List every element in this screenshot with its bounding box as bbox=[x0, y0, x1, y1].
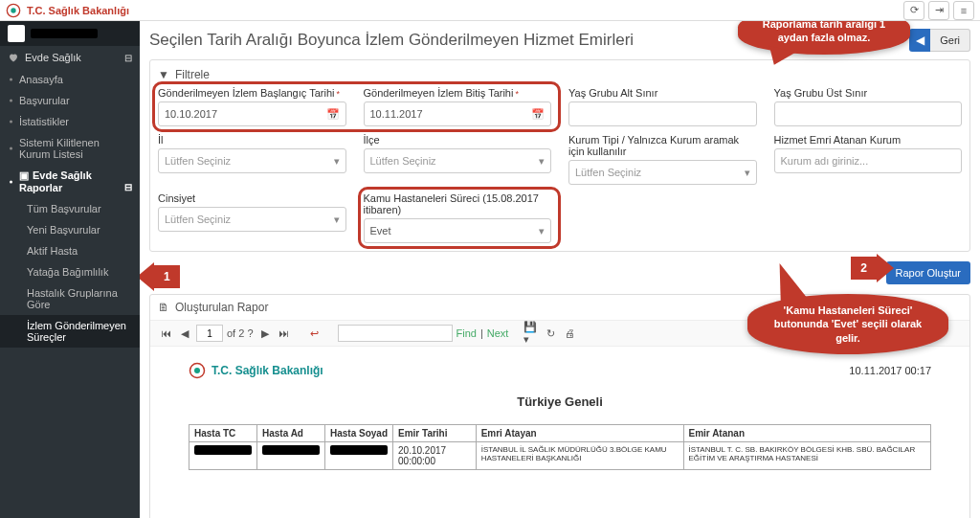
export-button[interactable]: 💾▾ bbox=[523, 326, 539, 341]
sidebar-item-raporlar[interactable]: ▣Evde Sağlık Raporlar ⊟ bbox=[0, 165, 140, 198]
logout-button[interactable]: ⇥ bbox=[928, 1, 949, 20]
page-number-input[interactable] bbox=[196, 325, 223, 342]
report-brand-title: T.C. Sağlık Bakanlığı bbox=[212, 364, 323, 377]
next-page-button[interactable]: ▶ bbox=[257, 326, 273, 341]
chevron-down-icon: ▾ bbox=[334, 155, 340, 168]
next-button[interactable]: Next bbox=[487, 327, 509, 339]
hizmet-kurum-input[interactable]: Kurum adı giriniz... bbox=[774, 148, 963, 173]
sidebar-section-label: Evde Sağlık bbox=[25, 52, 81, 63]
document-icon: 🗎 bbox=[158, 301, 169, 314]
sidebar-item-basvurular[interactable]: Başvurular bbox=[0, 90, 140, 111]
sidebar-sub-aktif[interactable]: Aktif Hasta bbox=[0, 240, 140, 261]
refresh-button[interactable]: ⟳ bbox=[903, 1, 924, 20]
collapse-icon: ⊟ bbox=[124, 53, 132, 63]
refresh-report-button[interactable]: ↻ bbox=[543, 326, 558, 341]
annotation-callout-2: 'Kamu Hastaneleri Süreci' butonunda 'Eve… bbox=[747, 294, 948, 354]
table-header-row: Hasta TC Hasta Ad Hasta Soyad Emir Tarih… bbox=[189, 425, 931, 442]
sidebar-sub-izlem[interactable]: İzlem Gönderilmeyen Süreçler bbox=[0, 315, 140, 348]
brand-title: T.C. Sağlık Bakanlığı bbox=[27, 5, 129, 16]
kamu-select[interactable]: Evet▾ bbox=[364, 218, 552, 243]
kurum-tipi-label: Kurum Tipi / Yalnızca Kurum aramak için … bbox=[568, 134, 757, 157]
back-button-group: ◀ Geri bbox=[909, 29, 970, 52]
parent-report-button[interactable]: ↩ bbox=[307, 326, 323, 341]
find-button[interactable]: Find bbox=[457, 327, 477, 339]
search-input[interactable] bbox=[338, 325, 453, 342]
print-button[interactable]: 🖨 bbox=[562, 326, 577, 341]
report-subtitle: Türkiye Geneli bbox=[189, 394, 931, 409]
calendar-icon: 📅 bbox=[326, 108, 340, 121]
end-date-label: Gönderilmeyen İzlem Bitiş Tarihi* bbox=[364, 87, 552, 99]
sidebar-item-istatistikler[interactable]: İstatistikler bbox=[0, 111, 140, 132]
redacted-value bbox=[194, 445, 252, 455]
generate-report-button[interactable]: Rapor Oluştur bbox=[886, 261, 970, 284]
sidebar-section-evde-saglik[interactable]: Evde Sağlık ⊟ bbox=[0, 46, 140, 69]
ilce-select[interactable]: Lütfen Seçiniz▾ bbox=[364, 148, 552, 173]
sidebar-item-anasayfa[interactable]: Anasayfa bbox=[0, 69, 140, 90]
start-date-label: Gönderilmeyen İzlem Başlangıç Tarihi* bbox=[158, 87, 346, 99]
chevron-down-icon: ▾ bbox=[539, 155, 545, 168]
end-date-input[interactable]: 10.11.2017 📅 bbox=[364, 101, 552, 126]
redacted-value bbox=[330, 445, 388, 455]
menu-button[interactable]: ≡ bbox=[953, 1, 974, 20]
sidebar-user[interactable] bbox=[0, 21, 140, 46]
user-name-redacted bbox=[31, 29, 98, 38]
report-table: Hasta TC Hasta Ad Hasta Soyad Emir Tarih… bbox=[189, 424, 931, 470]
ilce-label: İlçe bbox=[364, 134, 552, 146]
cinsiyet-select[interactable]: Lütfen Seçiniz▾ bbox=[158, 207, 346, 232]
yas-ust-input[interactable] bbox=[774, 101, 963, 126]
sidebar-item-kilitlenen[interactable]: Sistemi Kilitlenen Kurum Listesi bbox=[0, 132, 140, 165]
filter-title: Filtrele bbox=[175, 68, 210, 81]
table-row: 20.10.2017 00:00:00 İSTANBUL İL SAĞLIK M… bbox=[189, 442, 931, 470]
sidebar: Evde Sağlık ⊟ Anasayfa Başvurular İstati… bbox=[0, 21, 140, 518]
il-select[interactable]: Lütfen Seçiniz▾ bbox=[158, 148, 346, 173]
brand-bar: T.C. Sağlık Bakanlığı ⟳ ⇥ ≡ bbox=[0, 0, 980, 21]
kamu-label: Kamu Hastaneleri Süreci (15.08.2017 itib… bbox=[364, 192, 552, 215]
redacted-value bbox=[262, 445, 320, 455]
start-date-input[interactable]: 10.10.2017 📅 bbox=[158, 101, 346, 126]
yas-alt-input[interactable] bbox=[568, 101, 757, 126]
annotation-arrow-2: 2 bbox=[851, 254, 894, 282]
page-of-label: of 2 ? bbox=[227, 327, 254, 339]
filter-panel: ▼ Filtrele Gönderilmeyen İzlem Başlangıç… bbox=[149, 59, 970, 252]
report-logo-icon bbox=[189, 362, 206, 379]
cinsiyet-label: Cinsiyet bbox=[158, 192, 346, 204]
chevron-down-icon: ▾ bbox=[334, 214, 340, 226]
back-button[interactable]: Geri bbox=[930, 29, 970, 52]
prev-page-button[interactable]: ◀ bbox=[177, 326, 192, 341]
calendar-icon: 📅 bbox=[531, 108, 545, 121]
sidebar-sub-yataga[interactable]: Yatağa Bağımlılık bbox=[0, 261, 140, 282]
action-row: 2 Rapor Oluştur bbox=[149, 252, 970, 294]
back-arrow-button[interactable]: ◀ bbox=[909, 29, 930, 52]
chevron-down-icon: ▾ bbox=[745, 167, 750, 179]
report-datetime: 10.11.2017 00:17 bbox=[849, 365, 931, 376]
funnel-icon: ▼ bbox=[158, 68, 169, 81]
chevron-down-icon: ▾ bbox=[539, 225, 545, 237]
svg-point-1 bbox=[11, 8, 15, 12]
filter-header[interactable]: ▼ Filtrele bbox=[158, 68, 962, 81]
kurum-tipi-select[interactable]: Lütfen Seçiniz▾ bbox=[568, 160, 757, 185]
logo-icon bbox=[6, 3, 21, 18]
sidebar-sub-hastalik[interactable]: Hastalık Gruplarına Göre bbox=[0, 282, 140, 315]
content: 1 Raporlama tarih aralığı 1 aydan fazla … bbox=[140, 21, 980, 518]
sidebar-sub-tum[interactable]: Tüm Başvurular bbox=[0, 198, 140, 219]
svg-point-3 bbox=[194, 368, 200, 373]
yas-alt-label: Yaş Grubu Alt Sınır bbox=[568, 87, 757, 99]
sidebar-sub-yeni[interactable]: Yeni Başvurular bbox=[0, 219, 140, 240]
last-page-button[interactable]: ⏭ bbox=[277, 326, 292, 341]
hizmet-kurum-label: Hizmet Emri Atanan Kurum bbox=[774, 134, 963, 146]
first-page-button[interactable]: ⏮ bbox=[158, 326, 173, 341]
yas-ust-label: Yaş Grubu Üst Sınır bbox=[774, 87, 963, 99]
il-label: İl bbox=[158, 134, 346, 146]
heart-icon bbox=[8, 52, 19, 63]
report-body: T.C. Sağlık Bakanlığı 10.11.2017 00:17 T… bbox=[150, 347, 969, 518]
collapse-icon: ⊟ bbox=[124, 182, 132, 192]
avatar-icon bbox=[8, 25, 25, 42]
